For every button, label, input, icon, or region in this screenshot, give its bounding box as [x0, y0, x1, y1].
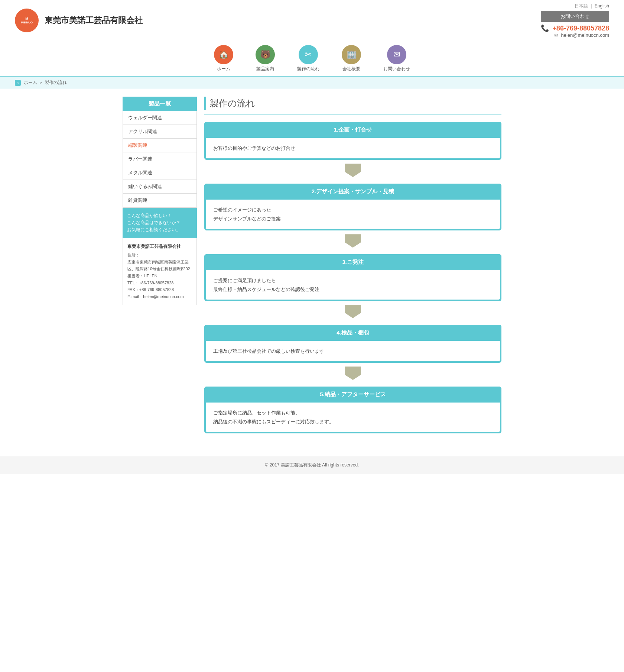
sidebar-address-label: 住所： — [127, 252, 192, 259]
step-4-header: 4.検品・梱包 — [204, 325, 501, 341]
step-5: 5.納品・アフターサービス ご指定場所に納品、セット作業も可能。 納品後の不測の… — [204, 387, 501, 433]
step-2: 2.デザイン提案・サンプル・見積 ご希望のイメージにあった デザインサンプルなど… — [204, 184, 501, 230]
title-accent — [204, 97, 206, 110]
step-1-header: 1.企画・打合せ — [204, 122, 501, 138]
sidebar-item-misc[interactable]: 雑貨関連 — [123, 194, 196, 207]
sidebar-item-acrylic[interactable]: アクリル関連 — [123, 125, 196, 139]
page-title: 製作の流れ — [210, 97, 255, 109]
step-3-body: ご提案にご満足頂けましたら 最終仕様・納品スケジュールなどの確認後ご発注 — [205, 270, 501, 300]
sidebar-address: 広東省東莞市南城区南英隆深工業区、陸深路10号金仁科技圖8棟202 — [127, 259, 192, 272]
sidebar-company-title: 東莞市美諾工芸品有限会社 — [127, 243, 192, 250]
company-name: 東莞市美諾工芸品有限会社 — [45, 15, 143, 26]
main-nav: 🏠 ホーム 🐻 製品案内 ✂ 製作の流れ 🏢 会社概要 ✉ お問い合わせ — [0, 41, 624, 77]
step-2-body: ご希望のイメージにあった デザインサンプルなどのご提案 — [205, 200, 501, 230]
sidebar-tel: TEL：+86-769-88057828 — [127, 280, 192, 287]
arrow-2 — [204, 230, 501, 254]
sidebar-item-cutting[interactable]: 端製関連 — [123, 139, 196, 152]
contact-button[interactable]: お問い合わせ — [541, 11, 609, 22]
lang-japanese[interactable]: 日本語 — [575, 3, 588, 9]
header-right: 日本語 | English お問い合わせ 📞 +86-769-88057828 … — [541, 3, 609, 38]
step-1: 1.企画・打合せ お客様の目的やご予算などのお打合せ — [204, 122, 501, 160]
contact-icon: ✉ — [387, 45, 406, 64]
step-2-card: 2.デザイン提案・サンプル・見積 ご希望のイメージにあった デザインサンプルなど… — [204, 184, 501, 230]
nav-contact-label: お問い合わせ — [383, 66, 410, 72]
step-4-body: 工場及び第三社検品会社での厳しい検査を行います — [205, 341, 501, 362]
sidebar-menu: ウェルダー関連 アクリル関連 端製関連 ラバー関連 メタル関連 縫いぐるみ関連 … — [123, 111, 197, 208]
email-icon: ✉ — [554, 32, 558, 38]
nav-products[interactable]: 🐻 製品案内 — [256, 45, 275, 72]
arrow-3 — [204, 301, 501, 325]
breadcrumb: ⌂ ホーム ＞ 製作の流れ — [0, 77, 624, 89]
step-4-card: 4.検品・梱包 工場及び第三社検品会社での厳しい検査を行います — [204, 325, 501, 363]
sidebar-contact-info: 東莞市美諾工芸品有限会社 住所： 広東省東莞市南城区南英隆深工業区、陸深路10号… — [123, 238, 197, 305]
logo: M MEINUO — [15, 9, 39, 32]
arrow-4 — [204, 363, 501, 387]
process-icon: ✂ — [299, 45, 318, 64]
phone-icon: 📞 — [541, 25, 549, 32]
sidebar-promo: こんな商品が欲しい！ こんな商品はできないか？ お気軽にご相談ください。 — [123, 208, 197, 238]
logo-text: M MEINUO — [21, 17, 33, 24]
nav-home-label: ホーム — [217, 66, 230, 72]
page-title-bar: 製作の流れ — [204, 97, 501, 114]
arrow-1 — [204, 160, 501, 184]
lang-english[interactable]: English — [595, 3, 609, 9]
sidebar-title: 製品一覧 — [123, 97, 197, 111]
nav-home[interactable]: 🏠 ホーム — [214, 45, 233, 72]
step-4: 4.検品・梱包 工場及び第三社検品会社での厳しい検査を行います — [204, 325, 501, 363]
step-1-card: 1.企画・打合せ お客様の目的やご予算などのお打合せ — [204, 122, 501, 160]
page-content: 製作の流れ 1.企画・打合せ お客様の目的やご予算などのお打合せ 2.デザイン提… — [204, 97, 501, 433]
step-1-body: お客様の目的やご予算などのお打合せ — [205, 138, 501, 159]
sidebar-contact-label: 担当者：HELEN — [127, 272, 192, 280]
sidebar-item-stuffed[interactable]: 縫いぐるみ関連 — [123, 180, 196, 194]
breadcrumb-home-link[interactable]: ホーム — [24, 80, 37, 86]
nav-process[interactable]: ✂ 製作の流れ — [297, 45, 319, 72]
step-5-card: 5.納品・アフターサービス ご指定場所に納品、セット作業も可能。 納品後の不測の… — [204, 387, 501, 433]
step-2-header: 2.デザイン提案・サンプル・見積 — [204, 184, 501, 200]
header: M MEINUO 東莞市美諾工芸品有限会社 日本語 | English お問い合… — [0, 0, 624, 41]
sidebar-email[interactable]: E-mail：helen@meinuocn.com — [127, 293, 192, 300]
sidebar-item-welder[interactable]: ウェルダー関連 — [123, 111, 196, 125]
step-5-header: 5.納品・アフターサービス — [204, 387, 501, 403]
nav-company[interactable]: 🏢 会社概要 — [342, 45, 361, 72]
breadcrumb-home-icon: ⌂ — [15, 80, 21, 86]
step-3-card: 3.ご発注 ご提案にご満足頂けましたら 最終仕様・納品スケジュールなどの確認後ご… — [204, 254, 501, 301]
footer: © 2017 美諾工芸品有限会社 All rights reserved. — [0, 456, 624, 474]
nav-process-label: 製作の流れ — [297, 66, 319, 72]
phone-number: 📞 +86-769-88057828 — [541, 24, 609, 32]
sidebar-item-rubber[interactable]: ラバー関連 — [123, 152, 196, 166]
footer-text: © 2017 美諾工芸品有限会社 All rights reserved. — [265, 462, 359, 468]
step-3-header: 3.ご発注 — [204, 254, 501, 270]
company-icon: 🏢 — [342, 45, 361, 64]
step-5-body: ご指定場所に納品、セット作業も可能。 納品後の不測の事態にもスピーディーに対応致… — [205, 403, 501, 433]
nav-company-label: 会社概要 — [342, 66, 360, 72]
sidebar-item-metal[interactable]: メタル関連 — [123, 166, 196, 180]
nav-inner: 🏠 ホーム 🐻 製品案内 ✂ 製作の流れ 🏢 会社概要 ✉ お問い合わせ — [0, 45, 624, 72]
nav-contact[interactable]: ✉ お問い合わせ — [383, 45, 410, 72]
nav-products-label: 製品案内 — [256, 66, 274, 72]
lang-bar: 日本語 | English — [541, 3, 609, 9]
email-address: ✉ helen@meinuocn.com — [541, 32, 609, 38]
step-3: 3.ご発注 ご提案にご満足頂けましたら 最終仕様・納品スケジュールなどの確認後ご… — [204, 254, 501, 301]
breadcrumb-current: 製作の流れ — [45, 80, 67, 86]
sidebar-fax: FAX：+86-769-88057828 — [127, 286, 192, 293]
header-left: M MEINUO 東莞市美諾工芸品有限会社 — [15, 9, 143, 32]
products-icon: 🐻 — [256, 45, 275, 64]
main-content: 製品一覧 ウェルダー関連 アクリル関連 端製関連 ラバー関連 メタル関連 縫いぐ… — [108, 89, 516, 441]
sidebar: 製品一覧 ウェルダー関連 アクリル関連 端製関連 ラバー関連 メタル関連 縫いぐ… — [123, 97, 197, 433]
home-icon: 🏠 — [214, 45, 233, 64]
